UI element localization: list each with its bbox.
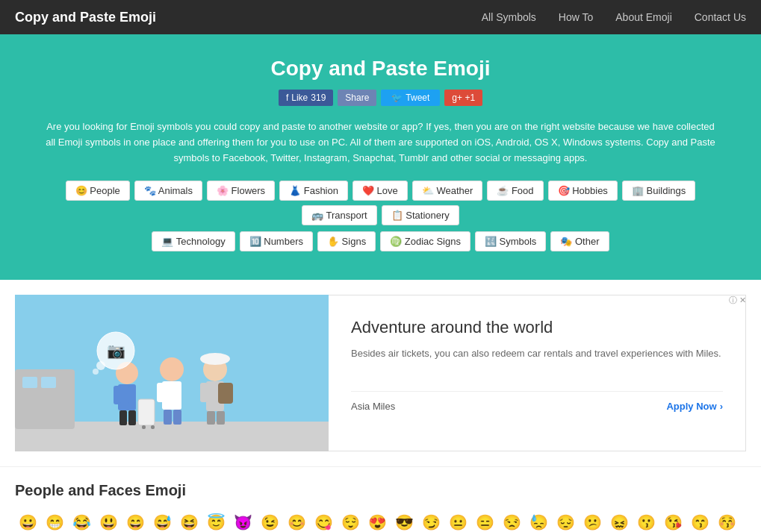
ad-cta-button[interactable]: Apply Now › — [666, 401, 723, 412]
svg-point-18 — [200, 353, 230, 365]
emoji-item[interactable]: 😃 — [96, 510, 121, 532]
nav-about-emoji[interactable]: About Emoji — [615, 11, 671, 23]
svg-rect-8 — [128, 386, 136, 404]
emoji-item[interactable]: 😀 — [15, 510, 40, 532]
main-nav: All Symbols How To About Emoji Contact U… — [482, 11, 746, 23]
cat-zodiac[interactable]: ♍ Zodiac Signs — [380, 231, 470, 251]
emoji-item[interactable]: 😗 — [633, 510, 659, 532]
cat-people[interactable]: 😊 People — [66, 181, 130, 201]
emoji-item[interactable]: 😚 — [714, 510, 739, 532]
emoji-item[interactable]: 😖 — [606, 510, 632, 532]
emoji-item[interactable]: 😆 — [176, 510, 202, 532]
svg-rect-27 — [151, 425, 155, 429]
svg-rect-23 — [217, 411, 225, 425]
gplus-button[interactable]: g+ +1 — [444, 90, 482, 106]
emoji-section-title: People and Faces Emoji — [15, 482, 746, 499]
emoji-item[interactable]: 😅 — [149, 510, 175, 532]
emoji-item[interactable]: 😒 — [499, 510, 524, 532]
emoji-item[interactable]: 😕 — [580, 510, 605, 532]
ad-banner: 📷 ⓘ ✕ Adventure around the world Besides… — [0, 280, 761, 467]
emoji-item[interactable]: 😙 — [687, 510, 712, 532]
twitter-icon: 🐦 — [391, 93, 403, 103]
emoji-item[interactable]: 😈 — [230, 510, 255, 532]
emoji-item[interactable]: 😏 — [418, 510, 444, 532]
facebook-icon: f — [286, 93, 288, 103]
ad-content: ⓘ ✕ Adventure around the world Besides a… — [329, 295, 746, 451]
cat-hobbies[interactable]: 🎯 Hobbies — [548, 181, 618, 201]
header: Copy and Paste Emoji All Symbols How To … — [0, 0, 761, 34]
ad-brand: Asia Miles — [351, 401, 395, 412]
emoji-item[interactable]: 😘 — [660, 510, 686, 532]
ad-description: Besides air tickets, you can also redeem… — [351, 346, 723, 361]
like-count: 319 — [311, 93, 326, 103]
emoji-item[interactable]: 😋 — [311, 510, 336, 532]
tweet-button[interactable]: 🐦 Tweet — [381, 90, 440, 106]
svg-rect-14 — [174, 383, 181, 402]
cat-buildings[interactable]: 🏢 Buildings — [622, 181, 695, 201]
svg-rect-4 — [41, 377, 56, 388]
cat-animals[interactable]: 🐾 Animals — [134, 181, 202, 201]
ad-image: 📷 — [15, 295, 329, 451]
svg-rect-9 — [119, 410, 127, 425]
cat-fashion[interactable]: 👗 Fashion — [279, 181, 348, 201]
emoji-item[interactable]: 😔 — [553, 510, 578, 532]
svg-rect-25 — [138, 399, 155, 425]
emoji-item[interactable]: 😌 — [338, 510, 363, 532]
category-row-2: 💻 Technology 🔟 Numbers ✋ Signs ♍ Zodiac … — [45, 231, 716, 251]
ad-label[interactable]: ⓘ ✕ — [729, 295, 746, 306]
like-label: Like — [291, 93, 308, 103]
svg-rect-15 — [164, 410, 172, 425]
emoji-section: People and Faces Emoji 😀😁😂😃😄😅😆😇😈😉😊😋😌😍😎😏😐… — [0, 467, 761, 532]
ad-title: Adventure around the world — [351, 318, 723, 337]
hero-section: Copy and Paste Emoji f Like 319 Share 🐦 … — [0, 34, 761, 280]
emoji-item[interactable]: 😎 — [391, 510, 417, 532]
cat-technology[interactable]: 💻 Technology — [152, 231, 234, 251]
main-content: 📷 ⓘ ✕ Adventure around the world Besides… — [0, 280, 761, 532]
cat-flowers[interactable]: 🌸 Flowers — [207, 181, 275, 201]
emoji-item[interactable]: 😍 — [364, 510, 390, 532]
emoji-item[interactable]: 😁 — [42, 510, 67, 532]
svg-point-30 — [96, 361, 105, 370]
svg-rect-3 — [22, 377, 37, 388]
emoji-grid: 😀😁😂😃😄😅😆😇😈😉😊😋😌😍😎😏😐😑😒😓😔😕😖😗😘😙😚😛😜😝😞😟😠😡😢😣😤😥😦😧… — [15, 510, 746, 532]
svg-rect-7 — [114, 386, 121, 404]
cat-other[interactable]: 🎭 Other — [550, 231, 609, 251]
ad-image-placeholder: 📷 — [15, 295, 329, 451]
chevron-right-icon: › — [720, 401, 723, 412]
emoji-item[interactable]: 😑 — [472, 510, 497, 532]
svg-point-31 — [93, 369, 99, 375]
ad-footer: Asia Miles Apply Now › — [351, 391, 723, 412]
nav-how-to[interactable]: How To — [559, 11, 593, 23]
cat-signs[interactable]: ✋ Signs — [317, 231, 376, 251]
svg-rect-10 — [128, 410, 136, 425]
svg-rect-20 — [200, 383, 208, 402]
emoji-item[interactable]: 😉 — [257, 510, 282, 532]
svg-text:📷: 📷 — [107, 342, 125, 360]
cat-symbols[interactable]: 🔣 Symbols — [475, 231, 546, 251]
hero-title: Copy and Paste Emoji — [45, 57, 716, 81]
cat-love[interactable]: ❤️ Love — [352, 181, 408, 201]
nav-contact-us[interactable]: Contact Us — [695, 11, 746, 23]
emoji-item[interactable]: 😂 — [69, 510, 94, 532]
cat-numbers[interactable]: 🔟 Numbers — [240, 231, 313, 251]
svg-rect-24 — [218, 383, 233, 404]
cat-transport[interactable]: 🚌 Transport — [302, 205, 377, 225]
svg-point-11 — [160, 357, 184, 381]
emoji-item[interactable]: 😓 — [526, 510, 551, 532]
social-buttons: f Like 319 Share 🐦 Tweet g+ +1 — [45, 90, 716, 106]
cat-weather[interactable]: ⛅ Weather — [412, 181, 483, 201]
like-button[interactable]: f Like 319 — [279, 90, 333, 106]
cat-stationery[interactable]: 📋 Stationery — [382, 205, 459, 225]
site-logo: Copy and Paste Emoji — [15, 10, 156, 25]
emoji-item[interactable]: 😄 — [122, 510, 148, 532]
emoji-item[interactable]: 😊 — [284, 510, 309, 532]
svg-rect-13 — [157, 383, 164, 402]
svg-rect-22 — [207, 411, 215, 425]
share-button[interactable]: Share — [338, 90, 376, 106]
cat-food[interactable]: ☕ Food — [487, 181, 543, 201]
tweet-label: Tweet — [406, 93, 429, 103]
gplus-label: +1 — [465, 93, 475, 103]
nav-all-symbols[interactable]: All Symbols — [482, 11, 536, 23]
emoji-item[interactable]: 😇 — [203, 510, 229, 532]
emoji-item[interactable]: 😐 — [445, 510, 470, 532]
